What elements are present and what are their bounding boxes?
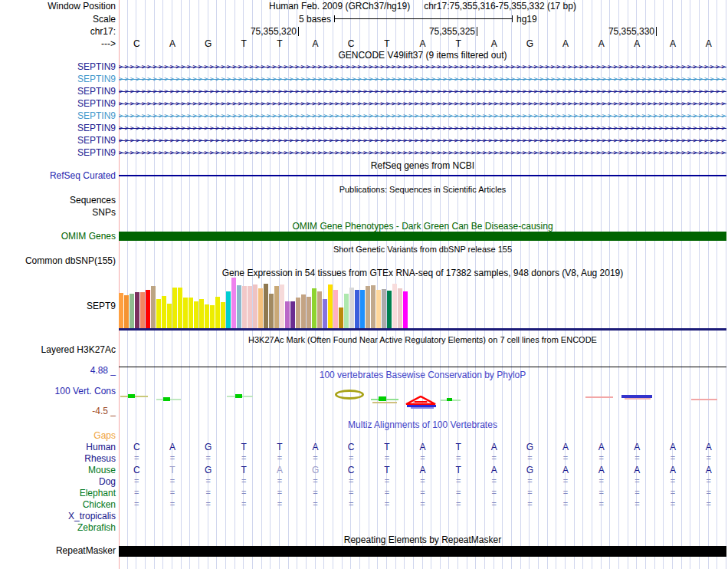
transcript-arrow-line[interactable]: >>>>>>>>>>>>>>>>>>>>>>>>>>>>>>>>>>>>>>>>… [119, 100, 726, 107]
gtex-tissue-bar[interactable] [382, 289, 386, 328]
species-label[interactable]: Rhesus [0, 454, 116, 464]
species-label[interactable]: X_tropicalis [0, 511, 116, 521]
gtex-tissue-bar[interactable] [140, 292, 145, 328]
refseq-curated-label[interactable]: RefSeq Curated [0, 171, 116, 181]
grid-line [333, 0, 333, 569]
gtex-tissue-bar[interactable] [172, 288, 177, 328]
transcript-label[interactable]: SEPTIN9 [0, 148, 116, 158]
transcript-label[interactable]: SEPTIN9 [0, 136, 116, 146]
gtex-tissue-bar[interactable] [156, 299, 161, 328]
alignment-match-mark: = [671, 499, 675, 509]
species-label[interactable]: Gaps [0, 431, 116, 441]
gtex-tissue-bar[interactable] [248, 286, 252, 328]
gtex-tissue-bar[interactable] [355, 290, 359, 328]
gtex-tissue-bar[interactable] [237, 285, 241, 328]
gtex-tissue-bar[interactable] [392, 284, 397, 328]
transcript-label[interactable]: SEPTIN9 [0, 74, 116, 84]
species-label[interactable]: Human [0, 442, 116, 452]
species-label[interactable]: Mouse [0, 465, 116, 475]
gtex-tissue-bar[interactable] [264, 284, 268, 328]
species-label[interactable]: Dog [0, 477, 116, 487]
gtex-tissue-bar[interactable] [162, 296, 166, 328]
gtex-tissue-bar[interactable] [124, 295, 129, 328]
alignment-match-mark: = [277, 488, 282, 498]
gtex-tissue-bar[interactable] [183, 298, 188, 328]
alignment-match-mark: = [205, 488, 210, 498]
gtex-tissue-bar[interactable] [333, 290, 338, 328]
species-label[interactable]: Zebrafish [0, 523, 116, 533]
gtex-tissue-bar[interactable] [215, 297, 220, 328]
gtex-tissue-bar[interactable] [285, 301, 290, 328]
gtex-tissue-bar[interactable] [274, 286, 279, 328]
gtex-tissue-bar[interactable] [371, 285, 375, 328]
gtex-tissue-bar[interactable] [366, 286, 370, 328]
alignment-match-mark: = [563, 488, 568, 498]
common-dbsnp-label[interactable]: Common dbSNP(155) [0, 256, 116, 266]
species-label[interactable]: Elephant [0, 488, 116, 498]
omim-gene-bar[interactable] [119, 232, 726, 241]
phylop-track-label[interactable]: 100 Vert. Cons [0, 386, 116, 396]
grid-line [699, 0, 700, 569]
gtex-tissue-bar[interactable] [189, 298, 193, 328]
gtex-tissue-bar[interactable] [387, 291, 392, 328]
alignment-match-mark: = [635, 476, 639, 486]
sept9-gene-label[interactable]: SEPT9 [0, 301, 116, 311]
transcript-arrow-line[interactable]: >>>>>>>>>>>>>>>>>>>>>>>>>>>>>>>>>>>>>>>>… [119, 150, 726, 156]
gtex-tissue-bar[interactable] [221, 302, 225, 328]
gtex-tissue-bar[interactable] [194, 301, 198, 328]
transcript-arrow-line[interactable]: >>>>>>>>>>>>>>>>>>>>>>>>>>>>>>>>>>>>>>>>… [119, 64, 726, 71]
repeatmasker-element-bar[interactable] [119, 546, 726, 557]
gtex-tissue-bar[interactable] [269, 294, 274, 328]
layered-h3k27ac-label[interactable]: Layered H3K27Ac [0, 345, 116, 355]
gtex-tissue-bar[interactable] [151, 286, 156, 328]
gtex-tissue-bar[interactable] [210, 305, 215, 328]
gtex-tissue-bar[interactable] [130, 294, 134, 328]
gtex-tissue-bar[interactable] [317, 291, 322, 328]
gtex-tissue-bar[interactable] [323, 299, 327, 328]
gtex-tissue-bar[interactable] [167, 304, 172, 328]
gtex-tissue-bar[interactable] [199, 299, 204, 328]
gtex-tissue-bar[interactable] [226, 291, 231, 328]
gtex-tissue-bar[interactable] [301, 294, 306, 328]
gtex-tissue-bar[interactable] [119, 293, 123, 328]
gtex-tissue-bar[interactable] [242, 286, 247, 328]
gtex-tissue-bar[interactable] [280, 284, 284, 328]
transcript-label[interactable]: SEPTIN9 [0, 111, 116, 121]
gtex-tissue-bar[interactable] [339, 308, 343, 328]
transcript-arrow-line[interactable]: >>>>>>>>>>>>>>>>>>>>>>>>>>>>>>>>>>>>>>>>… [119, 76, 726, 83]
gtex-tissue-bar[interactable] [205, 304, 209, 328]
gtex-tissue-bar[interactable] [307, 297, 311, 328]
transcript-label[interactable]: SEPTIN9 [0, 62, 116, 72]
species-label[interactable]: Chicken [0, 500, 116, 510]
gtex-tissue-bar[interactable] [146, 290, 150, 328]
gtex-tissue-bar[interactable] [258, 288, 263, 328]
snps-label[interactable]: SNPs [0, 208, 116, 218]
gtex-tissue-bar[interactable] [135, 292, 139, 328]
gtex-tissue-bar[interactable] [312, 288, 316, 328]
transcript-arrow-line[interactable]: >>>>>>>>>>>>>>>>>>>>>>>>>>>>>>>>>>>>>>>>… [119, 125, 726, 132]
sequences-label[interactable]: Sequences [0, 196, 116, 206]
refseq-track-title: RefSeq genes from NCBI [119, 161, 726, 171]
gtex-tissue-bar[interactable] [296, 298, 300, 328]
gtex-tissue-bar[interactable] [360, 290, 365, 328]
gtex-tissue-bar[interactable] [253, 284, 257, 328]
gtex-tissue-bar[interactable] [178, 288, 182, 328]
transcript-label[interactable]: SEPTIN9 [0, 123, 116, 133]
gtex-tissue-bar[interactable] [344, 294, 349, 328]
repeatmasker-label[interactable]: RepeatMasker [0, 546, 116, 556]
transcript-arrow-line[interactable]: >>>>>>>>>>>>>>>>>>>>>>>>>>>>>>>>>>>>>>>>… [119, 137, 726, 144]
gtex-tissue-bar[interactable] [231, 278, 236, 328]
gtex-tissue-bar[interactable] [349, 288, 354, 328]
gtex-tissue-bar[interactable] [376, 290, 381, 328]
omim-genes-label[interactable]: OMIM Genes [0, 232, 116, 242]
gtex-tissue-bar[interactable] [328, 284, 333, 328]
transcript-arrow-line[interactable]: >>>>>>>>>>>>>>>>>>>>>>>>>>>>>>>>>>>>>>>>… [119, 113, 726, 120]
gtex-tissue-bar[interactable] [398, 288, 402, 328]
refseq-curated-gene-line[interactable] [119, 175, 726, 176]
transcript-label[interactable]: SEPTIN9 [0, 99, 116, 109]
alignment-match-mark: = [706, 488, 710, 498]
transcript-label[interactable]: SEPTIN9 [0, 87, 116, 97]
transcript-arrow-line[interactable]: >>>>>>>>>>>>>>>>>>>>>>>>>>>>>>>>>>>>>>>>… [119, 88, 726, 95]
gtex-tissue-bar[interactable] [290, 301, 295, 328]
gtex-tissue-bar[interactable] [403, 291, 408, 328]
